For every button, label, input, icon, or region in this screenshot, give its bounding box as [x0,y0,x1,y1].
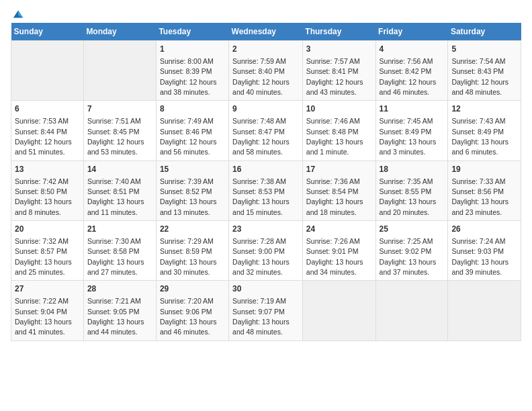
calendar-cell: 7Sunrise: 7:51 AM Sunset: 8:45 PM Daylig… [83,101,156,161]
day-number: 30 [232,283,299,295]
day-info: Sunrise: 7:22 AM Sunset: 9:04 PM Dayligh… [15,297,72,336]
calendar-cell: 21Sunrise: 7:30 AM Sunset: 8:58 PM Dayli… [83,221,156,281]
calendar-cell: 16Sunrise: 7:38 AM Sunset: 8:53 PM Dayli… [229,161,303,220]
day-number: 25 [380,224,445,235]
calendar-cell: 6Sunrise: 7:53 AM Sunset: 8:44 PM Daylig… [11,101,84,161]
day-info: Sunrise: 7:24 AM Sunset: 9:03 PM Dayligh… [451,237,508,276]
day-number: 17 [306,164,372,175]
day-number: 22 [160,224,225,235]
calendar-cell: 24Sunrise: 7:26 AM Sunset: 9:01 PM Dayli… [302,221,375,281]
calendar-cell: 17Sunrise: 7:36 AM Sunset: 8:54 PM Dayli… [302,161,375,220]
day-info: Sunrise: 7:49 AM Sunset: 8:46 PM Dayligh… [160,117,217,156]
weekday-row: SundayMondayTuesdayWednesdayThursdayFrid… [11,23,521,41]
day-number: 27 [15,283,80,295]
day-number: 8 [160,103,225,115]
day-number: 12 [451,103,517,115]
day-info: Sunrise: 7:40 AM Sunset: 8:51 PM Dayligh… [87,177,144,216]
weekday-header: Thursday [302,23,375,41]
day-info: Sunrise: 7:28 AM Sunset: 9:00 PM Dayligh… [232,237,290,276]
calendar-body: 1Sunrise: 8:00 AM Sunset: 8:39 PM Daylig… [11,41,521,341]
weekday-header: Saturday [448,23,521,41]
calendar-table: SundayMondayTuesdayWednesdayThursdayFrid… [11,23,521,341]
weekday-header: Sunday [11,23,84,41]
day-info: Sunrise: 7:59 AM Sunset: 8:40 PM Dayligh… [232,57,290,96]
calendar-cell: 25Sunrise: 7:25 AM Sunset: 9:02 PM Dayli… [375,221,448,281]
calendar-week-row: 6Sunrise: 7:53 AM Sunset: 8:44 PM Daylig… [11,101,521,161]
day-info: Sunrise: 7:36 AM Sunset: 8:54 PM Dayligh… [306,177,363,216]
day-number: 10 [306,103,372,115]
calendar-cell: 22Sunrise: 7:29 AM Sunset: 8:59 PM Dayli… [156,221,228,281]
day-number: 24 [306,224,372,235]
calendar-cell: 26Sunrise: 7:24 AM Sunset: 9:03 PM Dayli… [448,221,521,281]
calendar-cell: 28Sunrise: 7:21 AM Sunset: 9:05 PM Dayli… [83,281,156,340]
day-number: 20 [15,224,80,235]
day-info: Sunrise: 7:21 AM Sunset: 9:05 PM Dayligh… [87,297,144,336]
day-number: 19 [451,164,517,175]
calendar-week-row: 1Sunrise: 8:00 AM Sunset: 8:39 PM Daylig… [11,41,521,101]
logo [11,11,24,16]
calendar-cell: 20Sunrise: 7:32 AM Sunset: 8:57 PM Dayli… [11,221,84,281]
calendar-cell [448,281,521,340]
weekday-header: Friday [375,23,448,41]
calendar-cell [83,41,156,101]
day-number: 15 [160,164,225,175]
calendar-cell: 13Sunrise: 7:42 AM Sunset: 8:50 PM Dayli… [11,161,84,220]
day-number: 6 [15,103,80,115]
calendar-cell [375,281,448,340]
day-info: Sunrise: 7:53 AM Sunset: 8:44 PM Dayligh… [15,117,72,156]
day-number: 14 [87,164,152,175]
day-number: 18 [380,164,445,175]
day-info: Sunrise: 7:51 AM Sunset: 8:45 PM Dayligh… [87,117,144,156]
calendar-cell: 29Sunrise: 7:20 AM Sunset: 9:06 PM Dayli… [156,281,228,340]
calendar-cell [302,281,375,340]
day-number: 2 [232,44,299,55]
day-info: Sunrise: 7:54 AM Sunset: 8:43 PM Dayligh… [451,57,508,96]
calendar-cell: 23Sunrise: 7:28 AM Sunset: 9:00 PM Dayli… [229,221,303,281]
weekday-header: Tuesday [156,23,228,41]
day-number: 1 [160,44,225,55]
calendar-week-row: 27Sunrise: 7:22 AM Sunset: 9:04 PM Dayli… [11,281,521,340]
calendar-cell: 19Sunrise: 7:33 AM Sunset: 8:56 PM Dayli… [448,161,521,220]
day-number: 29 [160,283,225,295]
calendar-cell: 14Sunrise: 7:40 AM Sunset: 8:51 PM Dayli… [83,161,156,220]
day-number: 21 [87,224,152,235]
day-info: Sunrise: 7:29 AM Sunset: 8:59 PM Dayligh… [160,237,217,276]
calendar-cell: 30Sunrise: 7:19 AM Sunset: 9:07 PM Dayli… [229,281,303,340]
calendar-cell: 15Sunrise: 7:39 AM Sunset: 8:52 PM Dayli… [156,161,228,220]
day-number: 16 [232,164,299,175]
weekday-header: Monday [83,23,156,41]
calendar-cell: 4Sunrise: 7:56 AM Sunset: 8:42 PM Daylig… [375,41,448,101]
page-header [11,11,521,16]
day-info: Sunrise: 7:32 AM Sunset: 8:57 PM Dayligh… [15,237,72,276]
calendar-cell: 8Sunrise: 7:49 AM Sunset: 8:46 PM Daylig… [156,101,228,161]
day-number: 26 [451,224,517,235]
day-info: Sunrise: 7:30 AM Sunset: 8:58 PM Dayligh… [87,237,144,276]
day-info: Sunrise: 7:25 AM Sunset: 9:02 PM Dayligh… [380,237,437,276]
day-number: 3 [306,44,372,55]
calendar-cell: 11Sunrise: 7:45 AM Sunset: 8:49 PM Dayli… [375,101,448,161]
calendar-cell: 2Sunrise: 7:59 AM Sunset: 8:40 PM Daylig… [229,41,303,101]
calendar-header: SundayMondayTuesdayWednesdayThursdayFrid… [11,23,521,41]
day-info: Sunrise: 7:19 AM Sunset: 9:07 PM Dayligh… [232,297,290,336]
logo-icon [12,8,24,20]
day-info: Sunrise: 7:42 AM Sunset: 8:50 PM Dayligh… [15,177,72,216]
day-number: 23 [232,224,299,235]
calendar-cell: 27Sunrise: 7:22 AM Sunset: 9:04 PM Dayli… [11,281,84,340]
calendar-cell [11,41,84,101]
day-info: Sunrise: 7:20 AM Sunset: 9:06 PM Dayligh… [160,297,217,336]
calendar-cell: 1Sunrise: 8:00 AM Sunset: 8:39 PM Daylig… [156,41,228,101]
calendar-week-row: 20Sunrise: 7:32 AM Sunset: 8:57 PM Dayli… [11,221,521,281]
calendar-cell: 3Sunrise: 7:57 AM Sunset: 8:41 PM Daylig… [302,41,375,101]
calendar-cell: 9Sunrise: 7:48 AM Sunset: 8:47 PM Daylig… [229,101,303,161]
day-info: Sunrise: 7:43 AM Sunset: 8:49 PM Dayligh… [451,117,508,156]
day-number: 9 [232,103,299,115]
day-info: Sunrise: 8:00 AM Sunset: 8:39 PM Dayligh… [160,57,217,96]
day-info: Sunrise: 7:38 AM Sunset: 8:53 PM Dayligh… [232,177,290,216]
day-info: Sunrise: 7:39 AM Sunset: 8:52 PM Dayligh… [160,177,217,216]
day-number: 11 [380,103,445,115]
day-info: Sunrise: 7:35 AM Sunset: 8:55 PM Dayligh… [380,177,437,216]
calendar-cell: 18Sunrise: 7:35 AM Sunset: 8:55 PM Dayli… [375,161,448,220]
day-info: Sunrise: 7:26 AM Sunset: 9:01 PM Dayligh… [306,237,363,276]
calendar-cell: 12Sunrise: 7:43 AM Sunset: 8:49 PM Dayli… [448,101,521,161]
day-number: 4 [380,44,445,55]
